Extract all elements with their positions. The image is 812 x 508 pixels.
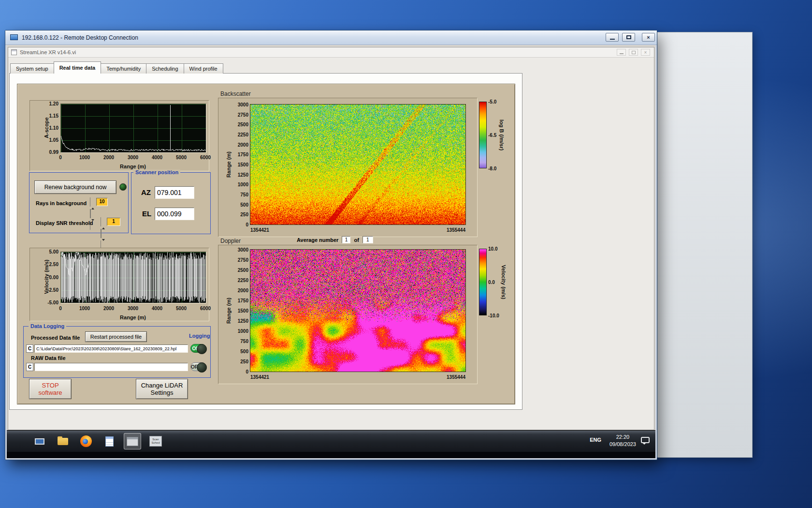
tab-system-setup[interactable]: System setup (10, 63, 54, 74)
decrement-icon[interactable] (90, 209, 95, 230)
tick-label: 1500 (238, 308, 248, 314)
tick-label: 1250 (238, 318, 248, 324)
labview-titlebar[interactable]: StreamLine XR v14-6.vi × (8, 47, 654, 58)
tick-label: 750 (240, 192, 248, 197)
data-logging-group: Data Logging Processed Data file Restart… (23, 326, 211, 378)
taskbar-firefox-button[interactable] (77, 433, 95, 449)
clock-date: 09/08/2023 (609, 441, 636, 448)
snr-value-field[interactable]: 1 (107, 218, 120, 226)
folder-icon (58, 438, 68, 445)
tick-label: 1000 (79, 306, 90, 311)
tab-page: A-scope 1.201.151.101.050.99 01000200030… (9, 73, 522, 410)
tick-label: 2500 (238, 122, 248, 127)
tick-label: 2500 (238, 268, 248, 273)
vi-restore-button[interactable] (629, 49, 638, 56)
rdp-titlebar[interactable]: 192.168.0.122 - Remote Desktop Connectio… (5, 30, 657, 45)
tick-label: 1.05 (49, 137, 58, 143)
tab-temp-humidity[interactable]: Temp/humidity (101, 63, 146, 74)
vi-close-button[interactable]: × (641, 49, 650, 56)
processed-drive-selector[interactable]: C (26, 344, 33, 353)
tab-strip: System setup Real time data Temp/humidit… (10, 61, 223, 74)
processed-path-field[interactable]: C:\Lidar\Data\Proc\2023\202308\20230809\… (34, 344, 188, 353)
tick-label: 1.20 (49, 101, 58, 106)
tick-label: 0 (246, 369, 248, 374)
notification-icon[interactable] (641, 437, 650, 443)
raw-data-file-label: RAW Data file (31, 355, 66, 361)
tick-label: -6.5 (488, 133, 496, 138)
backscatter-x-min: 1354421 (250, 227, 269, 233)
tick-label: 500 (240, 349, 248, 354)
tick-label: 2750 (238, 257, 248, 263)
tick-label: 6000 (200, 306, 211, 311)
tick-label: 3000 (238, 102, 248, 107)
taskbar-not epad-button[interactable] (101, 433, 118, 449)
taskbar-streamline-button[interactable] (124, 433, 141, 449)
tick-label: 2000 (238, 142, 248, 147)
taskbar-scan-scheduler-button[interactable]: Scan Sched (147, 433, 164, 449)
raw-path-field[interactable] (34, 363, 188, 371)
doppler-y-ticks: 3000275025002250200017501500125010007505… (228, 250, 248, 372)
raw-logging-toggle[interactable]: OFF (190, 362, 206, 371)
doppler-colorbar (479, 249, 487, 315)
tick-label: 1500 (238, 162, 248, 167)
average-total-field[interactable]: 1 (362, 236, 373, 243)
scanner-position-group: Scanner position AZ 079.001 EL 000.099 (131, 172, 211, 234)
tab-wind-profile[interactable]: Wind profile (184, 63, 223, 74)
tick-label: 0 (246, 222, 248, 227)
taskbar-desktop-button[interactable] (31, 433, 48, 449)
ascope-canvas (61, 104, 206, 152)
restore-icon (632, 51, 636, 54)
scanner-position-title: Scanner position (133, 169, 180, 175)
velocity-y-ticks: 5.002.500.00-2.50-5.00 (37, 252, 58, 302)
tick-label: 250 (240, 212, 248, 217)
tab-scheduling[interactable]: Scheduling (146, 63, 184, 74)
backscatter-title: Backscatter (220, 90, 251, 97)
tab-real-time-data[interactable]: Real time data (54, 61, 102, 74)
maximize-icon (626, 35, 631, 39)
renew-background-button[interactable]: Renew background now (34, 180, 116, 194)
rdp-window: 192.168.0.122 - Remote Desktop Connectio… (5, 30, 657, 460)
snr-spinner[interactable] (101, 218, 106, 226)
tick-label: -5.00 (47, 300, 58, 305)
tick-label: 0.00 (49, 274, 58, 280)
tick-label: 5000 (176, 306, 187, 311)
processed-logging-toggle[interactable]: ON (190, 344, 206, 353)
remote-session: StreamLine XR v14-6.vi × System setup Re… (7, 45, 655, 458)
tick-label: 3000 (128, 306, 138, 311)
rays-value-field[interactable]: 10 (96, 198, 108, 206)
tick-label: 750 (240, 339, 248, 344)
tick-label: 4000 (152, 155, 162, 160)
taskbar-clock[interactable]: 22:20 09/08/2023 (609, 433, 636, 448)
maximize-button[interactable] (622, 33, 635, 42)
decrement-icon[interactable] (101, 229, 106, 250)
az-value-field[interactable]: 079.001 (155, 186, 194, 199)
rays-spinner[interactable] (90, 198, 95, 207)
average-number-field[interactable]: 1 (342, 236, 350, 243)
desktop-background: 192.168.0.122 - Remote Desktop Connectio… (0, 0, 812, 508)
stop-software-button[interactable]: STOP software (29, 379, 72, 399)
vi-minimize-button[interactable] (617, 49, 626, 56)
stop-line1: STOP (42, 382, 58, 389)
minimize-button[interactable] (606, 33, 619, 42)
taskbar-explorer-button[interactable] (54, 433, 72, 449)
velocity-plot (60, 252, 206, 303)
close-button[interactable]: × (642, 33, 655, 42)
change-lidar-settings-button[interactable]: Change LiDAR Settings (136, 379, 188, 399)
language-indicator[interactable]: ENG (590, 437, 601, 443)
background-controls-group: Renew background now Rays in background … (29, 172, 129, 233)
tick-label: 1250 (238, 172, 248, 177)
tick-label: -2.50 (47, 287, 58, 292)
tick-label: -10.0 (488, 313, 499, 318)
raw-drive-selector[interactable]: C (26, 363, 33, 371)
velocity-canvas (61, 252, 206, 303)
doppler-x-min: 1354421 (250, 374, 269, 380)
tick-label: 3000 (128, 155, 138, 160)
tick-label: 1.10 (49, 125, 58, 131)
change-line2: Settings (151, 389, 174, 396)
restart-processed-file-button[interactable]: Restart processed file (85, 331, 147, 342)
rdp-window-title: 192.168.0.122 - Remote Desktop Connectio… (22, 34, 138, 41)
doppler-x-bounds: 1354421 1355444 (250, 374, 465, 380)
snr-threshold-label: Display SNR threshold (36, 220, 93, 226)
labview-window: StreamLine XR v14-6.vi × System setup Re… (8, 47, 654, 430)
el-value-field[interactable]: 000.099 (155, 208, 194, 220)
